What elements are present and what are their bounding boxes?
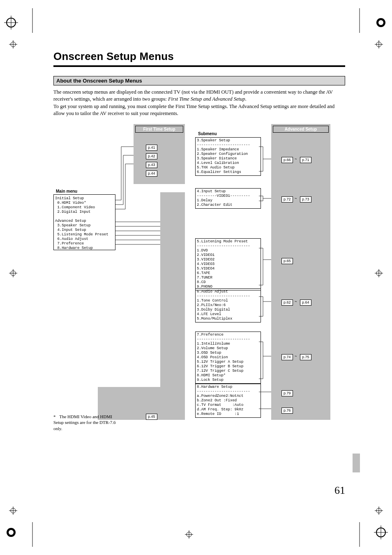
submenu-listening-mode: 5.Listening Mode Preset ----------------… bbox=[195, 238, 261, 290]
page-ref: p.41 bbox=[146, 145, 157, 151]
crop-line-icon bbox=[359, 8, 360, 33]
body-paragraph-1: The onscreen setup menus are displayed o… bbox=[53, 89, 345, 102]
advanced-setup-box: Advanced Setup bbox=[271, 124, 330, 420]
first-time-setup-box: First Time Setup bbox=[134, 124, 185, 184]
register-mark-icon bbox=[185, 530, 193, 539]
page-ref: p.64 bbox=[300, 299, 311, 306]
register-mark-icon bbox=[9, 40, 17, 48]
main-menu-box: Initial Setup 0.HDMI Video* 1.Component … bbox=[53, 194, 115, 250]
page-ref: p.43 bbox=[146, 162, 157, 168]
submenu-text: 6.Audio Adjust ------------------------ … bbox=[197, 290, 259, 321]
first-time-setup-label: First Time Setup bbox=[136, 126, 183, 132]
submenu-text: 3.Speaker Setup ------------------------… bbox=[197, 138, 259, 175]
para1b: First Time Setup and Advanced Setup bbox=[168, 96, 245, 102]
register-mark-icon bbox=[9, 269, 17, 277]
submenu-hardware-setup: 8.Hardware Setup -----------------------… bbox=[195, 384, 261, 418]
crop-mark-icon bbox=[374, 525, 388, 539]
page-ref: p.74 bbox=[281, 354, 293, 360]
submenu-text: 8.Hardware Setup -----------------------… bbox=[197, 385, 259, 417]
submenu-text: 7.Preference ------------------------ 1.… bbox=[197, 333, 259, 382]
crop-line-icon bbox=[359, 522, 360, 547]
tree-rail-left bbox=[160, 192, 185, 420]
page-ref: p.62 bbox=[281, 299, 293, 306]
tilde: ~ bbox=[295, 196, 297, 200]
footnote: * The HDMI Video and HDMI Setup settings… bbox=[53, 414, 123, 431]
title-divider bbox=[53, 65, 345, 67]
page-ref: p.65 bbox=[281, 258, 293, 264]
section-heading: About the Onscreen Setup Menus bbox=[53, 76, 345, 85]
crop-line-icon bbox=[32, 8, 33, 33]
register-mark-icon bbox=[9, 507, 17, 515]
submenu-text: 5.Listening Mode Preset ----------------… bbox=[197, 240, 259, 289]
crop-mark-icon bbox=[374, 16, 388, 30]
tilde: ~ bbox=[295, 157, 297, 161]
svg-point-6 bbox=[9, 530, 14, 535]
page-ref: p.44 bbox=[146, 170, 157, 177]
page-title: Onscreen Setup Menus bbox=[53, 50, 345, 63]
submenu-label: Submenu bbox=[198, 131, 217, 136]
page-ref: p.42 bbox=[146, 153, 157, 159]
side-tab bbox=[353, 454, 360, 472]
advanced-setup-header: Advanced Setup bbox=[273, 126, 329, 133]
crop-mark-icon bbox=[4, 525, 18, 539]
tilde: ~ bbox=[295, 354, 297, 358]
svg-point-4 bbox=[378, 20, 383, 25]
register-mark-icon bbox=[375, 507, 383, 515]
main-menu-content: Initial Setup 0.HDMI Video* 1.Component … bbox=[55, 196, 108, 251]
para1c: . bbox=[245, 96, 247, 102]
body-paragraph-2: To get your system up and running, you m… bbox=[53, 103, 345, 117]
page-ref: p.73 bbox=[300, 196, 311, 203]
crop-line-icon bbox=[32, 522, 33, 547]
first-time-setup-header: First Time Setup bbox=[135, 126, 183, 133]
page-ref: p.79 bbox=[281, 390, 293, 396]
submenu-audio-adjust: 6.Audio Adjust ------------------------ … bbox=[195, 288, 261, 322]
footnote-star: * bbox=[53, 414, 56, 419]
footnote-text: The HDMI Video and HDMI Setup settings a… bbox=[53, 414, 116, 431]
register-mark-icon bbox=[375, 269, 383, 277]
submenu-preference: 7.Preference ------------------------ 1.… bbox=[195, 332, 261, 384]
crop-mark-icon bbox=[4, 16, 18, 30]
page-ref: p.76 bbox=[281, 408, 293, 414]
page-ref: p.75 bbox=[300, 354, 311, 360]
page-number: 61 bbox=[334, 484, 345, 497]
register-mark-icon bbox=[375, 40, 383, 48]
page-ref: p.71 bbox=[300, 157, 311, 163]
tilde: ~ bbox=[295, 299, 297, 304]
page-ref: p.66 bbox=[281, 157, 293, 163]
submenu-text: 4.Input Setup ---------VIDEO1--------- 1… bbox=[197, 189, 259, 207]
main-menu-label: Main menu bbox=[56, 189, 77, 193]
submenu-input-setup: 4.Input Setup ---------VIDEO1--------- 1… bbox=[195, 188, 261, 209]
page-ref: p.72 bbox=[281, 196, 293, 203]
page-ref: p.45 bbox=[146, 414, 157, 420]
submenu-speaker-setup: 3.Speaker Setup ------------------------… bbox=[195, 137, 261, 176]
advanced-setup-label: Advanced Setup bbox=[273, 126, 328, 132]
menu-tree-diagram: Main menu Initial Setup 0.HDMI Video* 1.… bbox=[53, 124, 345, 449]
